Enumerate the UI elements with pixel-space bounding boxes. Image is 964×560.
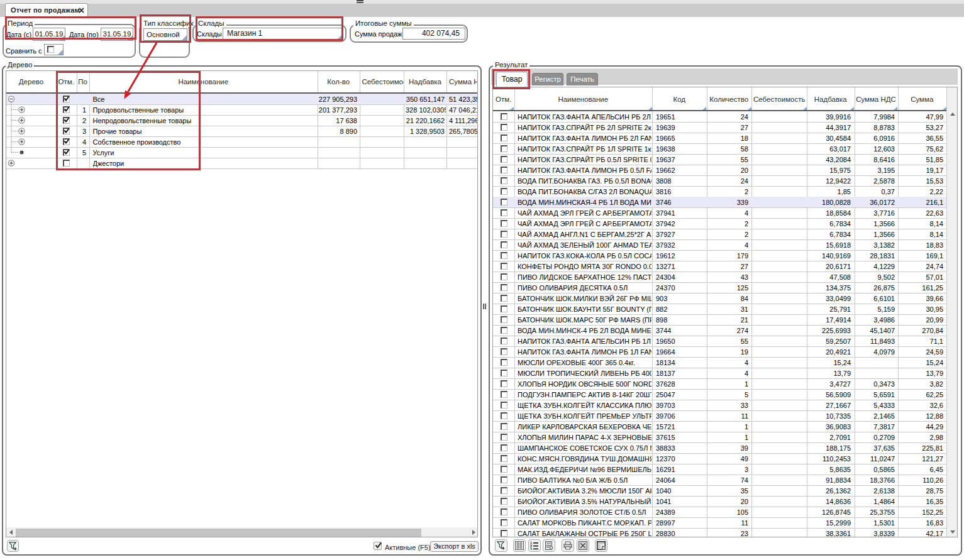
svg-text:3: 3 (530, 547, 532, 551)
